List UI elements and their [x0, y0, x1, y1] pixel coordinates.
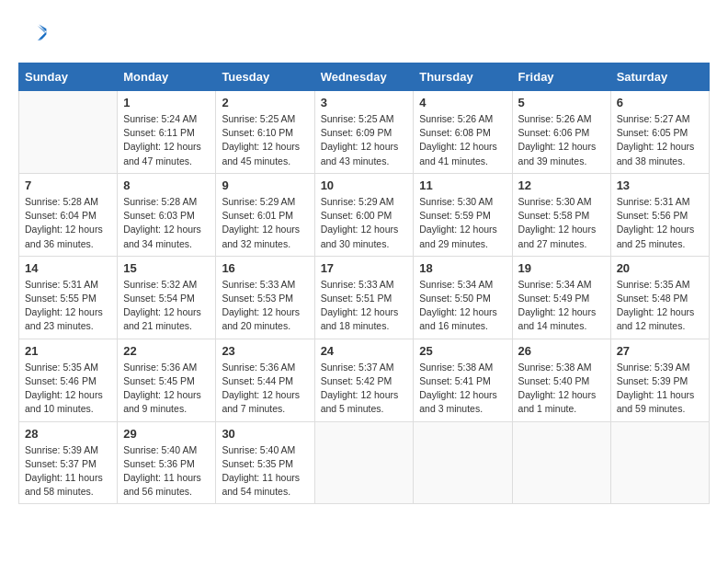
calendar-cell: 20Sunrise: 5:35 AMSunset: 5:48 PMDayligh…: [610, 256, 709, 339]
day-info: Sunrise: 5:40 AMSunset: 5:36 PMDaylight:…: [123, 443, 210, 500]
calendar-cell: 8Sunrise: 5:28 AMSunset: 6:03 PMDaylight…: [118, 173, 216, 256]
weekday-row: SundayMondayTuesdayWednesdayThursdayFrid…: [19, 63, 710, 91]
calendar-table: SundayMondayTuesdayWednesdayThursdayFrid…: [18, 63, 710, 504]
day-info: Sunrise: 5:39 AMSunset: 5:39 PMDaylight:…: [617, 361, 703, 417]
calendar-cell: 29Sunrise: 5:40 AMSunset: 5:36 PMDayligh…: [118, 421, 216, 504]
day-number: 21: [25, 344, 111, 358]
day-info: Sunrise: 5:26 AMSunset: 6:08 PMDaylight:…: [419, 112, 506, 168]
day-info: Sunrise: 5:38 AMSunset: 5:41 PMDaylight:…: [419, 361, 506, 417]
day-number: 3: [321, 96, 408, 109]
weekday-header-saturday: Saturday: [610, 63, 709, 91]
calendar-cell: 23Sunrise: 5:36 AMSunset: 5:44 PMDayligh…: [216, 339, 314, 421]
day-info: Sunrise: 5:34 AMSunset: 5:49 PMDaylight:…: [518, 278, 605, 334]
day-info: Sunrise: 5:38 AMSunset: 5:40 PMDaylight:…: [518, 361, 605, 417]
weekday-header-friday: Friday: [512, 63, 610, 91]
calendar-cell: 24Sunrise: 5:37 AMSunset: 5:42 PMDayligh…: [314, 339, 414, 421]
day-number: 28: [25, 427, 111, 441]
logo-icon: [18, 18, 48, 48]
calendar-cell: [512, 421, 610, 504]
day-info: Sunrise: 5:28 AMSunset: 6:03 PMDaylight:…: [123, 195, 210, 251]
day-info: Sunrise: 5:26 AMSunset: 6:06 PMDaylight:…: [518, 112, 605, 168]
day-number: 23: [222, 344, 308, 358]
day-info: Sunrise: 5:30 AMSunset: 5:58 PMDaylight:…: [518, 195, 605, 251]
calendar-cell: 12Sunrise: 5:30 AMSunset: 5:58 PMDayligh…: [512, 173, 610, 256]
day-info: Sunrise: 5:31 AMSunset: 5:56 PMDaylight:…: [617, 195, 703, 251]
day-number: 20: [617, 261, 703, 275]
calendar-cell: 30Sunrise: 5:40 AMSunset: 5:35 PMDayligh…: [216, 421, 314, 504]
calendar-cell: 16Sunrise: 5:33 AMSunset: 5:53 PMDayligh…: [216, 256, 314, 339]
day-info: Sunrise: 5:34 AMSunset: 5:50 PMDaylight:…: [419, 278, 506, 334]
week-row-3: 21Sunrise: 5:35 AMSunset: 5:46 PMDayligh…: [19, 339, 710, 421]
calendar-cell: 7Sunrise: 5:28 AMSunset: 6:04 PMDaylight…: [19, 173, 118, 256]
day-number: 27: [617, 344, 703, 358]
day-number: 8: [123, 178, 210, 192]
day-info: Sunrise: 5:31 AMSunset: 5:55 PMDaylight:…: [25, 278, 111, 334]
day-info: Sunrise: 5:27 AMSunset: 6:05 PMDaylight:…: [617, 112, 703, 168]
calendar-cell: 27Sunrise: 5:39 AMSunset: 5:39 PMDayligh…: [610, 339, 709, 421]
calendar-cell: 13Sunrise: 5:31 AMSunset: 5:56 PMDayligh…: [610, 173, 709, 256]
day-info: Sunrise: 5:39 AMSunset: 5:37 PMDaylight:…: [25, 443, 111, 500]
day-info: Sunrise: 5:25 AMSunset: 6:10 PMDaylight:…: [222, 112, 308, 168]
day-info: Sunrise: 5:36 AMSunset: 5:45 PMDaylight:…: [123, 361, 210, 417]
calendar-body: 1Sunrise: 5:24 AMSunset: 6:11 PMDaylight…: [19, 91, 710, 504]
weekday-header-wednesday: Wednesday: [314, 63, 414, 91]
calendar-cell: 2Sunrise: 5:25 AMSunset: 6:10 PMDaylight…: [216, 91, 314, 174]
day-number: 16: [222, 261, 308, 275]
calendar-cell: 14Sunrise: 5:31 AMSunset: 5:55 PMDayligh…: [19, 256, 118, 339]
calendar-cell: 25Sunrise: 5:38 AMSunset: 5:41 PMDayligh…: [414, 339, 512, 421]
page-header: [18, 18, 710, 48]
calendar-cell: 18Sunrise: 5:34 AMSunset: 5:50 PMDayligh…: [414, 256, 512, 339]
week-row-1: 7Sunrise: 5:28 AMSunset: 6:04 PMDaylight…: [19, 173, 710, 256]
day-number: 14: [25, 261, 111, 275]
day-info: Sunrise: 5:37 AMSunset: 5:42 PMDaylight:…: [321, 361, 408, 417]
calendar-cell: 22Sunrise: 5:36 AMSunset: 5:45 PMDayligh…: [118, 339, 216, 421]
day-number: 30: [222, 427, 308, 441]
calendar-cell: 26Sunrise: 5:38 AMSunset: 5:40 PMDayligh…: [512, 339, 610, 421]
day-info: Sunrise: 5:28 AMSunset: 6:04 PMDaylight:…: [25, 195, 111, 251]
day-info: Sunrise: 5:30 AMSunset: 5:59 PMDaylight:…: [419, 195, 506, 251]
day-number: 9: [222, 178, 308, 192]
day-info: Sunrise: 5:36 AMSunset: 5:44 PMDaylight:…: [222, 361, 308, 417]
week-row-2: 14Sunrise: 5:31 AMSunset: 5:55 PMDayligh…: [19, 256, 710, 339]
calendar-cell: 9Sunrise: 5:29 AMSunset: 6:01 PMDaylight…: [216, 173, 314, 256]
weekday-header-sunday: Sunday: [19, 63, 118, 91]
day-number: 15: [123, 261, 210, 275]
day-info: Sunrise: 5:33 AMSunset: 5:51 PMDaylight:…: [321, 278, 408, 334]
calendar-header: SundayMondayTuesdayWednesdayThursdayFrid…: [19, 63, 710, 91]
week-row-4: 28Sunrise: 5:39 AMSunset: 5:37 PMDayligh…: [19, 421, 710, 504]
day-number: 18: [419, 261, 506, 275]
calendar-cell: 5Sunrise: 5:26 AMSunset: 6:06 PMDaylight…: [512, 91, 610, 174]
calendar-cell: 3Sunrise: 5:25 AMSunset: 6:09 PMDaylight…: [314, 91, 414, 174]
day-number: 5: [518, 96, 605, 109]
day-number: 10: [321, 178, 408, 192]
day-number: 25: [419, 344, 506, 358]
logo: [18, 18, 51, 48]
weekday-header-thursday: Thursday: [414, 63, 512, 91]
day-number: 2: [222, 96, 308, 109]
week-row-0: 1Sunrise: 5:24 AMSunset: 6:11 PMDaylight…: [19, 91, 710, 174]
calendar-cell: 4Sunrise: 5:26 AMSunset: 6:08 PMDaylight…: [414, 91, 512, 174]
day-info: Sunrise: 5:40 AMSunset: 5:35 PMDaylight:…: [222, 443, 308, 500]
day-number: 24: [321, 344, 408, 358]
day-number: 4: [419, 96, 506, 109]
calendar-cell: 19Sunrise: 5:34 AMSunset: 5:49 PMDayligh…: [512, 256, 610, 339]
calendar-cell: 10Sunrise: 5:29 AMSunset: 6:00 PMDayligh…: [314, 173, 414, 256]
day-number: 26: [518, 344, 605, 358]
calendar-cell: [610, 421, 709, 504]
calendar-cell: 6Sunrise: 5:27 AMSunset: 6:05 PMDaylight…: [610, 91, 709, 174]
day-info: Sunrise: 5:25 AMSunset: 6:09 PMDaylight:…: [321, 112, 408, 168]
day-info: Sunrise: 5:29 AMSunset: 6:00 PMDaylight:…: [321, 195, 408, 251]
day-info: Sunrise: 5:29 AMSunset: 6:01 PMDaylight:…: [222, 195, 308, 251]
day-number: 29: [123, 427, 210, 441]
calendar-cell: 11Sunrise: 5:30 AMSunset: 5:59 PMDayligh…: [414, 173, 512, 256]
weekday-header-monday: Monday: [118, 63, 216, 91]
day-info: Sunrise: 5:35 AMSunset: 5:48 PMDaylight:…: [617, 278, 703, 334]
day-info: Sunrise: 5:33 AMSunset: 5:53 PMDaylight:…: [222, 278, 308, 334]
day-number: 1: [123, 96, 210, 109]
calendar-cell: 21Sunrise: 5:35 AMSunset: 5:46 PMDayligh…: [19, 339, 118, 421]
calendar-cell: 1Sunrise: 5:24 AMSunset: 6:11 PMDaylight…: [118, 91, 216, 174]
day-number: 13: [617, 178, 703, 192]
day-info: Sunrise: 5:32 AMSunset: 5:54 PMDaylight:…: [123, 278, 210, 334]
calendar-cell: 17Sunrise: 5:33 AMSunset: 5:51 PMDayligh…: [314, 256, 414, 339]
day-number: 19: [518, 261, 605, 275]
